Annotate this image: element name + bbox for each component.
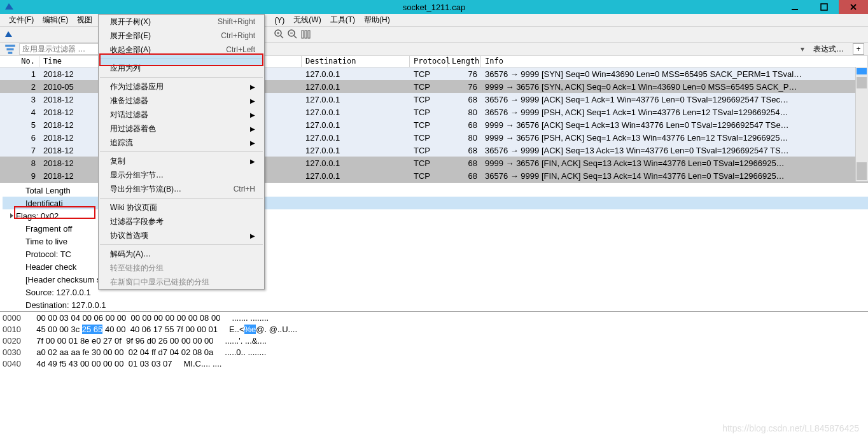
watermark-text: https://blog.csdn.net/LL845876425	[722, 423, 859, 433]
ctx-wiki-page[interactable]: Wiki 协议页面	[99, 200, 264, 214]
svg-rect-9	[8, 52, 13, 53]
svg-rect-4	[302, 31, 304, 38]
expand-icon[interactable]	[10, 213, 13, 218]
hex-line[interactable]: 0000 00 00 03 04 00 06 00 00 00 00 00 00…	[3, 313, 868, 325]
ctx-conversation-filter[interactable]: 对话过滤器▶	[99, 108, 264, 122]
svg-rect-1	[821, 4, 827, 10]
ctx-decode-as[interactable]: 解码为(A)…	[99, 247, 264, 261]
ctx-goto-linked: 转至链接的分组	[99, 261, 264, 275]
maximize-button[interactable]	[809, 0, 839, 14]
scroll-marker-1	[857, 68, 867, 74]
ctx-export-bytes[interactable]: 导出分组字节流(B)…Ctrl+H	[99, 182, 264, 196]
svg-rect-5	[305, 31, 307, 38]
menu-help[interactable]: 帮助(H)	[360, 13, 394, 27]
title-bar: socket_1211.cap	[0, 0, 868, 14]
hex-line[interactable]: 0020 7f 00 00 01 8e e0 27 0f 9f 96 d0 26…	[3, 336, 868, 347]
scroll-marker-2	[857, 77, 867, 88]
detail-destination: Destination: 127.0.0.1	[3, 298, 868, 311]
hex-line[interactable]: 0010 45 00 00 3c 25 65 40 00 40 06 17 55…	[3, 325, 868, 336]
col-header-protocol[interactable]: Protocol	[410, 56, 448, 67]
app-icon	[4, 1, 17, 13]
ctx-prepare-filter[interactable]: 准备过滤器▶	[99, 94, 264, 108]
close-button[interactable]	[839, 0, 868, 14]
menu-view[interactable]: 视图	[73, 13, 96, 27]
ctx-protocol-prefs[interactable]: 协议首选项▶	[99, 228, 264, 242]
columns-icon[interactable]	[300, 29, 312, 40]
ctx-copy[interactable]: 复制▶	[99, 154, 264, 168]
menu-edit[interactable]: 编辑(E)	[39, 13, 72, 27]
ctx-expand-all[interactable]: 展开全部(E)Ctrl+Right	[99, 29, 264, 43]
col-header-destination[interactable]: Destination	[302, 56, 410, 67]
hex-line[interactable]: 0030 a0 02 aa aa fe 30 00 00 02 04 ff d7…	[3, 347, 868, 359]
svg-rect-6	[308, 31, 310, 38]
menu-file[interactable]: 文件(F)	[5, 13, 38, 27]
svg-rect-8	[6, 48, 13, 50]
svg-rect-7	[5, 45, 15, 46]
hex-line[interactable]: 0040 4d 49 f5 43 00 00 00 00 01 03 03 07…	[3, 359, 868, 370]
ctx-expand-subtree[interactable]: 展开子树(X)Shift+Right	[99, 15, 264, 29]
filter-icon[interactable]	[4, 43, 17, 55]
col-header-no[interactable]: No.	[0, 56, 39, 67]
ctx-filter-field-ref[interactable]: 过滤器字段参考	[99, 214, 264, 228]
menu-tools[interactable]: 工具(T)	[326, 13, 359, 27]
ctx-collapse-all[interactable]: 收起全部(A)Ctrl+Left	[99, 43, 264, 57]
zoom-in-icon[interactable]	[274, 29, 285, 40]
filter-dropdown-icon[interactable]: ▾	[797, 45, 808, 53]
app-logo-icon	[4, 29, 15, 40]
expression-button[interactable]: 表达式…	[808, 44, 849, 55]
menu-y[interactable]: (Y)	[270, 15, 288, 26]
ctx-follow-stream[interactable]: 追踪流▶	[99, 136, 264, 150]
minimize-button[interactable]	[780, 0, 809, 14]
ctx-apply-as-column[interactable]: 应用为列	[99, 61, 264, 75]
ctx-colorize-filter[interactable]: 用过滤器着色▶	[99, 122, 264, 136]
context-menu: 展开子树(X)Shift+Right 展开全部(E)Ctrl+Right 收起全…	[98, 14, 265, 290]
zoom-out-icon[interactable]	[287, 29, 298, 40]
window-title: socket_1211.cap	[403, 3, 465, 12]
packet-list-scrollbar[interactable]	[855, 67, 868, 181]
col-header-length[interactable]: Length	[448, 56, 481, 67]
svg-rect-0	[792, 9, 798, 10]
scroll-marker-3	[857, 162, 867, 180]
hex-dump-pane[interactable]: 0000 00 00 03 04 00 06 00 00 00 00 00 00…	[0, 311, 868, 370]
menu-wireless[interactable]: 无线(W)	[290, 13, 325, 27]
ctx-apply-as-filter[interactable]: 作为过滤器应用▶	[99, 80, 264, 94]
ctx-show-packet-bytes[interactable]: 显示分组字节…	[99, 168, 264, 182]
col-header-source[interactable]	[262, 56, 302, 67]
col-header-info[interactable]: Info	[481, 56, 868, 67]
ctx-show-linked-newwin: 在新窗口中显示已链接的分组	[99, 275, 264, 289]
add-filter-button[interactable]: +	[853, 43, 864, 55]
